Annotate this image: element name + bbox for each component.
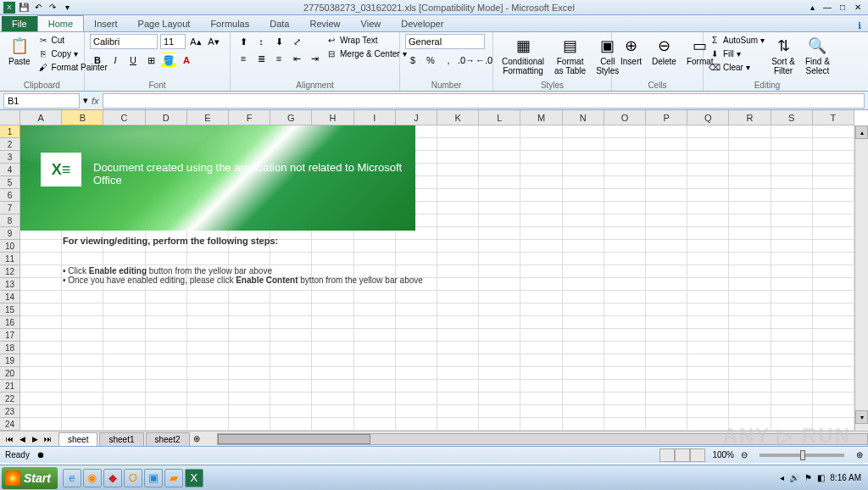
paste-button[interactable]: 📋 Paste [5,34,34,68]
select-all-corner[interactable] [0,110,20,125]
tab-developer[interactable]: Developer [391,16,453,31]
clear-button[interactable]: ⌫Clear ▾ [709,61,765,73]
redo-icon[interactable]: ↷ [47,2,58,14]
new-sheet-button[interactable]: ⊕ [193,434,200,443]
col-header-F[interactable]: F [229,110,270,125]
formula-input[interactable] [103,93,865,109]
col-header-O[interactable]: O [604,110,646,125]
row-header-24[interactable]: 24 [0,418,20,431]
tray-icon-1[interactable]: ◂ [780,473,784,482]
orientation-button[interactable]: ⤢ [289,34,304,49]
taskbar-app-icon-3[interactable]: ▣ [144,469,163,487]
align-right-button[interactable]: ≡ [271,51,287,66]
minimize-ribbon-icon[interactable]: ▴ [805,2,819,14]
tray-volume-icon[interactable]: 🔊 [789,473,799,482]
number-format-combo[interactable]: General [405,34,485,49]
tab-page-layout[interactable]: Page Layout [128,16,201,31]
border-button[interactable]: ⊞ [143,53,159,68]
macro-record-icon[interactable]: ⏺ [36,450,45,459]
tab-review[interactable]: Review [299,16,350,31]
row-header-21[interactable]: 21 [0,380,20,393]
autosum-button[interactable]: ΣAutoSum ▾ [709,34,765,46]
close-button[interactable]: ✕ [851,2,865,14]
taskbar-app-icon-1[interactable]: ◆ [103,469,122,487]
col-header-J[interactable]: J [396,110,437,125]
view-page-layout-button[interactable] [675,448,690,462]
tab-insert[interactable]: Insert [84,16,128,31]
row-header-16[interactable]: 16 [0,316,20,329]
scroll-down-button[interactable]: ▾ [855,410,868,424]
view-page-break-button[interactable] [690,448,705,462]
fill-button[interactable]: ⬇Fill ▾ [709,47,765,59]
tray-clock[interactable]: 8:16 AM [830,473,861,482]
sheet-nav-last-icon[interactable]: ⏭ [42,433,53,445]
zoom-value[interactable]: 100% [712,450,734,459]
taskbar-app-icon-4[interactable]: ▰ [164,469,183,487]
insert-cells-button[interactable]: ⊕Insert [617,34,645,68]
sheet-tab-2[interactable]: sheet2 [146,432,190,446]
merge-center-button[interactable]: ⊟Merge & Center ▾ [326,47,407,59]
taskbar-wmp-icon[interactable]: ◉ [83,469,102,487]
italic-button[interactable]: I [108,53,123,68]
increase-decimal-button[interactable]: .0→ [459,53,474,68]
undo-icon[interactable]: ↶ [32,2,44,14]
col-header-K[interactable]: K [437,110,479,125]
row-header-19[interactable]: 19 [0,354,20,367]
align-center-button[interactable]: ≣ [253,51,269,66]
zoom-slider[interactable] [760,454,844,457]
col-header-D[interactable]: D [146,110,187,125]
spreadsheet-grid[interactable]: ABCDEFGHIJKLMNOPQRST 1234567891011121314… [0,110,868,431]
start-button[interactable]: Start [2,467,58,489]
col-header-N[interactable]: N [563,110,604,125]
sheet-tab-1[interactable]: sheet1 [99,432,143,446]
decrease-decimal-button[interactable]: ←.0 [476,53,492,68]
sheet-nav-first-icon[interactable]: ⏮ [3,433,15,445]
help-icon[interactable]: ℹ [858,20,861,31]
save-icon[interactable]: 💾 [18,2,30,14]
col-header-A[interactable]: A [20,110,62,125]
font-color-button[interactable]: A [179,53,194,68]
align-top-button[interactable]: ⬆ [236,34,251,49]
zoom-in-button[interactable]: ⊕ [856,450,863,459]
row-header-7[interactable]: 7 [0,202,20,214]
row-header-18[interactable]: 18 [0,342,20,354]
sheet-tab-active[interactable]: sheet [58,432,97,446]
col-header-C[interactable]: C [103,110,145,125]
col-header-L[interactable]: L [479,110,520,125]
fill-color-button[interactable]: 🪣 [161,53,176,68]
view-normal-button[interactable] [659,448,675,462]
scroll-up-button[interactable]: ▴ [855,125,868,139]
row-header-20[interactable]: 20 [0,367,20,380]
tray-flag-icon[interactable]: ⚑ [804,473,812,482]
row-header-12[interactable]: 12 [0,265,20,278]
sheet-nav-prev-icon[interactable]: ◀ [16,433,28,445]
decrease-indent-button[interactable]: ⇤ [289,51,304,66]
sort-filter-button[interactable]: ⇅Sort & Filter [768,34,798,77]
tab-home[interactable]: Home [37,15,84,31]
grow-font-button[interactable]: A▴ [188,34,203,49]
vertical-scrollbar[interactable]: ▴ ▾ [854,125,868,431]
col-header-I[interactable]: I [354,110,396,125]
row-header-17[interactable]: 17 [0,329,20,342]
row-header-1[interactable]: 1 [0,125,20,138]
row-header-6[interactable]: 6 [0,189,20,202]
taskbar-app-icon-2[interactable]: O [124,469,142,487]
increase-indent-button[interactable]: ⇥ [307,51,322,66]
underline-button[interactable]: U [125,53,141,68]
row-header-23[interactable]: 23 [0,405,20,418]
qat-dropdown-icon[interactable]: ▾ [61,2,73,14]
wrap-text-button[interactable]: ↩Wrap Text [326,34,407,46]
taskbar-excel-icon[interactable]: X [185,469,203,487]
col-header-P[interactable]: P [646,110,687,125]
row-header-22[interactable]: 22 [0,393,20,405]
shrink-font-button[interactable]: A▾ [206,34,221,49]
row-header-11[interactable]: 11 [0,253,20,265]
align-bottom-button[interactable]: ⬇ [271,34,287,49]
row-header-2[interactable]: 2 [0,138,20,151]
zoom-out-button[interactable]: ⊖ [741,450,748,459]
row-header-8[interactable]: 8 [0,214,20,227]
col-header-H[interactable]: H [312,110,353,125]
col-header-Q[interactable]: Q [687,110,729,125]
col-header-G[interactable]: G [270,110,312,125]
bold-button[interactable]: B [90,53,105,68]
